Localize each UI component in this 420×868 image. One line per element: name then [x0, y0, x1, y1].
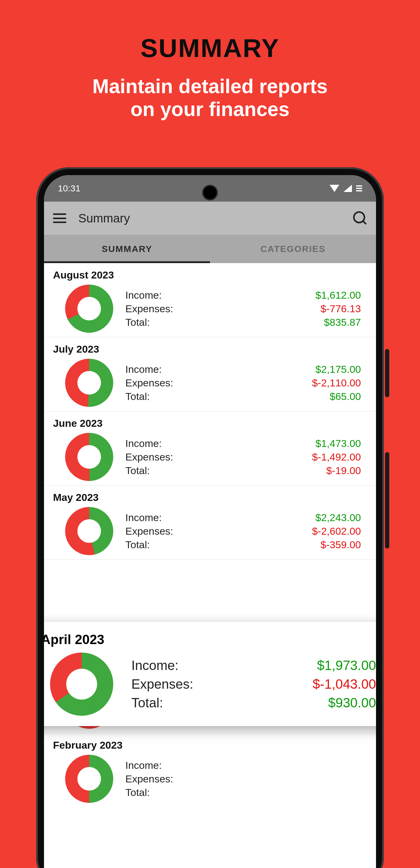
- donut-chart: [65, 359, 113, 407]
- total-label: Total:: [125, 316, 316, 328]
- promo-subtitle-line1: Maintain detailed reports: [92, 75, 327, 97]
- search-button[interactable]: [353, 211, 367, 225]
- expenses-label: Expenses:: [125, 377, 312, 389]
- donut-chart: [65, 433, 113, 481]
- expenses-amount: $-1,043.00: [313, 677, 376, 692]
- total-amount: $835.87: [316, 316, 361, 328]
- expenses-amount: $-1,492.00: [312, 451, 361, 463]
- phone-screen: 10:31 Summary SUMMARY CATEGORIES August …: [44, 175, 376, 868]
- month-label: August 2023: [53, 269, 367, 281]
- donut-chart: [65, 755, 113, 803]
- total-amount: $-19.00: [312, 465, 361, 476]
- expenses-label: Expenses:: [125, 773, 361, 785]
- figures: Income:$2,243.00Expenses:$-2,602.00Total…: [125, 512, 367, 551]
- income-amount: $2,175.00: [312, 364, 361, 375]
- income-amount: $2,243.00: [312, 512, 361, 524]
- month-label: April 2023: [44, 632, 376, 647]
- income-label: Income:: [125, 289, 316, 301]
- total-label: Total:: [125, 465, 312, 476]
- figures: Income:$1,973.00Expenses:$-1,043.00Total…: [131, 658, 376, 710]
- summary-row[interactable]: June 2023Income:$1,473.00Expenses:$-1,49…: [44, 411, 376, 486]
- expenses-label: Expenses:: [125, 303, 316, 315]
- summary-row[interactable]: August 2023Income:$1,612.00Expenses:$-77…: [44, 263, 376, 337]
- expenses-amount: $-2,110.00: [312, 377, 361, 389]
- income-label: Income:: [131, 658, 313, 673]
- income-amount: $1,973.00: [313, 658, 376, 673]
- figures: Income:$1,612.00Expenses:$-776.13Total:$…: [125, 289, 367, 328]
- phone-side-button: [385, 452, 389, 549]
- figures: Income:$2,175.00Expenses:$-2,110.00Total…: [125, 364, 367, 402]
- phone-frame: 10:31 Summary SUMMARY CATEGORIES August …: [36, 167, 384, 868]
- promo-subtitle-line2: on your finances: [130, 98, 290, 120]
- promo-title: SUMMARY: [0, 0, 420, 63]
- status-time: 10:31: [58, 183, 80, 193]
- expenses-label: Expenses:: [125, 525, 312, 537]
- donut-chart: [65, 284, 113, 333]
- summary-row-highlight[interactable]: April 2023Income:$1,973.00Expenses:$-1,0…: [44, 622, 376, 726]
- camera-cutout: [202, 185, 218, 200]
- month-label: February 2023: [53, 739, 367, 751]
- income-amount: $1,473.00: [312, 438, 361, 450]
- signal-icon: [344, 185, 352, 192]
- hamburger-icon[interactable]: [53, 213, 66, 223]
- donut-chart: [65, 507, 113, 555]
- donut-chart: [50, 652, 113, 716]
- expenses-amount: $-2,602.00: [312, 525, 361, 537]
- status-menu-icon: [356, 185, 362, 191]
- total-label: Total:: [131, 695, 313, 710]
- tab-summary[interactable]: SUMMARY: [44, 235, 210, 263]
- app-bar: Summary: [44, 202, 376, 235]
- total-label: Total:: [125, 391, 312, 402]
- figures: Income:$1,473.00Expenses:$-1,492.00Total…: [125, 438, 367, 476]
- expenses-amount: $-776.13: [316, 303, 361, 315]
- tab-categories[interactable]: CATEGORIES: [210, 235, 376, 263]
- wifi-icon: [330, 185, 339, 192]
- appbar-title: Summary: [78, 212, 130, 225]
- phone-side-button: [385, 349, 389, 397]
- total-amount: $930.00: [313, 695, 376, 710]
- income-label: Income:: [125, 760, 361, 771]
- expenses-label: Expenses:: [125, 451, 312, 463]
- total-amount: $65.00: [312, 391, 361, 402]
- income-amount: $1,612.00: [316, 289, 361, 301]
- promo-subtitle: Maintain detailed reports on your financ…: [0, 75, 420, 121]
- total-amount: $-359.00: [312, 539, 361, 551]
- income-label: Income:: [125, 438, 312, 450]
- summary-row[interactable]: May 2023Income:$2,243.00Expenses:$-2,602…: [44, 486, 376, 560]
- total-label: Total:: [125, 539, 312, 551]
- summary-row[interactable]: February 2023Income:Expenses:Total:: [44, 733, 376, 807]
- income-label: Income:: [125, 512, 312, 524]
- expenses-label: Expenses:: [131, 677, 313, 692]
- month-label: May 2023: [53, 492, 367, 503]
- total-label: Total:: [125, 786, 361, 798]
- income-label: Income:: [125, 364, 312, 375]
- month-label: July 2023: [53, 343, 367, 355]
- search-icon: [353, 211, 367, 225]
- figures: Income:Expenses:Total:: [125, 760, 367, 798]
- summary-row[interactable]: July 2023Income:$2,175.00Expenses:$-2,11…: [44, 337, 376, 411]
- month-label: June 2023: [53, 417, 367, 429]
- tabs: SUMMARY CATEGORIES: [44, 235, 376, 263]
